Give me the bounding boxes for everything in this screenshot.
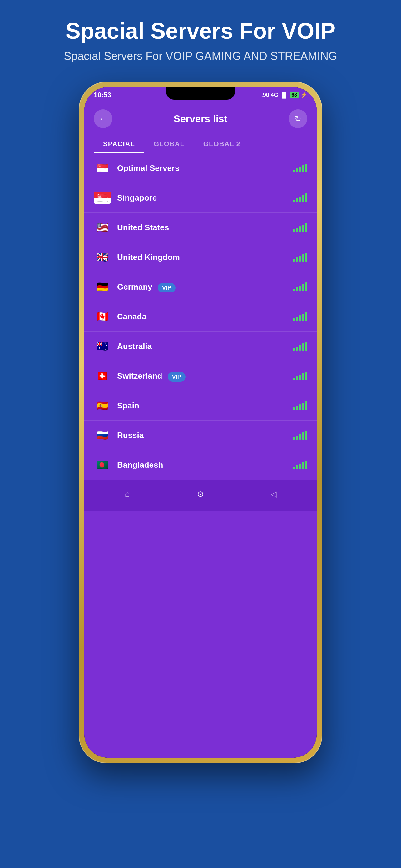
network-indicator: .90 4G (261, 92, 278, 98)
phone-frame: 10:53 .90 4G ▐▌ 68 ⚡ ← Servers list ↻ (79, 82, 322, 763)
vip-badge: VIP (158, 283, 175, 292)
nav-back-button[interactable]: ◁ (263, 486, 285, 502)
flag-icon (94, 370, 111, 382)
tab-global[interactable]: GLOBAL (144, 134, 194, 153)
server-name: Optimal Servers (117, 163, 287, 173)
server-name: United States (117, 223, 287, 232)
notch (166, 87, 235, 100)
list-item[interactable]: Russia (84, 421, 317, 450)
list-item[interactable]: Canada (84, 302, 317, 332)
server-list: Optimal Servers Singapore United (84, 153, 317, 480)
refresh-icon: ↻ (295, 114, 301, 124)
server-name: Russia (117, 431, 287, 440)
nav-home-button[interactable]: ⌂ (116, 486, 138, 502)
flag-icon (94, 340, 111, 352)
server-name: Spain (117, 401, 287, 410)
list-item[interactable]: Australia (84, 332, 317, 361)
page-header: Spacial Servers For VOIP Spacial Servers… (12, 19, 389, 63)
page-subtitle: Spacial Servers For VOIP GAMING AND STRE… (12, 50, 389, 63)
server-name: Australia (117, 342, 287, 351)
vip-badge: VIP (168, 372, 186, 381)
signal-bars (293, 253, 307, 261)
signal-bars (293, 223, 307, 232)
signal-bars (293, 193, 307, 202)
flag-icon (94, 251, 111, 263)
signal-bars (293, 431, 307, 440)
list-item[interactable]: Bangladesh (84, 450, 317, 480)
signal-bars (293, 342, 307, 350)
signal-bars (293, 401, 307, 410)
back-arrow-icon: ← (99, 114, 107, 124)
flag-icon (94, 192, 111, 204)
server-name: Singapore (117, 193, 287, 203)
app-title: Servers list (174, 113, 228, 125)
signal-bars (293, 312, 307, 321)
server-name: Bangladesh (117, 460, 287, 470)
home-icon: ⌂ (125, 489, 130, 499)
tabs-bar: SPACIAL GLOBAL GLOBAL 2 (84, 134, 317, 153)
server-name: United Kingdom (117, 252, 287, 262)
back-button[interactable]: ← (94, 110, 112, 128)
bottom-nav: ⌂ ⊙ ◁ (84, 480, 317, 511)
time: 10:53 (94, 91, 111, 99)
list-item[interactable]: Optimal Servers (84, 153, 317, 183)
flag-icon (94, 459, 111, 471)
page-title: Spacial Servers For VOIP (12, 19, 389, 43)
tab-global2[interactable]: GLOBAL 2 (194, 134, 250, 153)
signal-bars (293, 461, 307, 469)
signal-bars (293, 372, 307, 380)
list-item[interactable]: United States (84, 213, 317, 243)
center-icon: ⊙ (197, 489, 204, 499)
tab-spacial[interactable]: SPACIAL (94, 134, 144, 153)
flag-icon (94, 221, 111, 234)
refresh-button[interactable]: ↻ (289, 110, 307, 128)
flag-icon (94, 281, 111, 293)
list-item[interactable]: Switzerland VIP (84, 361, 317, 391)
flag-icon (94, 400, 111, 411)
signal-bars (293, 164, 307, 173)
signal-bars (293, 282, 307, 291)
app-header: ← Servers list ↻ (84, 101, 317, 134)
nav-back-icon: ◁ (271, 489, 277, 499)
server-name: Canada (117, 312, 287, 321)
flag-icon (94, 311, 111, 322)
list-item[interactable]: Singapore (84, 183, 317, 213)
server-name: Switzerland VIP (117, 371, 287, 381)
signal-icon: ▐▌ (280, 92, 288, 98)
battery-indicator: 68 (290, 92, 299, 98)
flag-icon (94, 162, 111, 174)
list-item[interactable]: Spain (84, 391, 317, 421)
flag-icon (94, 429, 111, 441)
nav-center-button[interactable]: ⊙ (190, 486, 211, 502)
list-item[interactable]: Germany VIP (84, 272, 317, 302)
list-item[interactable]: United Kingdom (84, 243, 317, 272)
status-bar: 10:53 .90 4G ▐▌ 68 ⚡ (84, 87, 317, 101)
server-name: Germany VIP (117, 282, 287, 292)
charging-icon: ⚡ (300, 92, 307, 98)
